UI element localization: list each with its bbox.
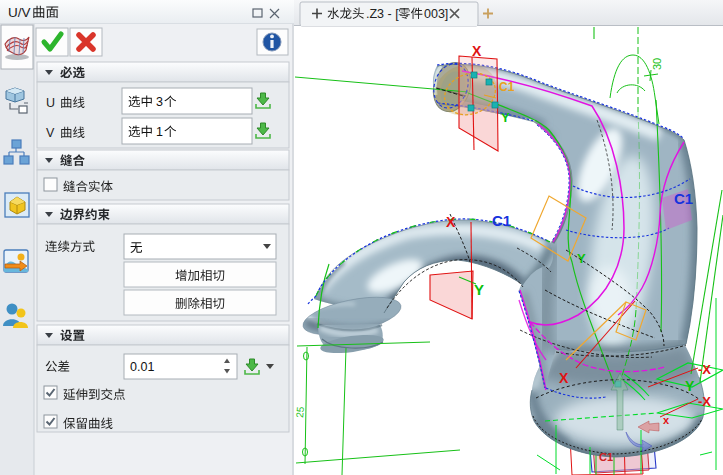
svg-text:C1: C1: [599, 451, 613, 463]
svg-text:Y: Y: [577, 251, 586, 266]
svg-text:-X: -X: [698, 362, 711, 377]
svg-text:1: 1: [156, 125, 163, 139]
svg-text:V: V: [46, 126, 55, 140]
svg-text:-X: -X: [698, 394, 711, 409]
svg-text:C1: C1: [499, 80, 515, 94]
svg-text:U/V: U/V: [8, 5, 31, 20]
svg-text:3: 3: [156, 95, 163, 109]
svg-text:30: 30: [651, 58, 663, 70]
svg-text:.Z3 - [: .Z3 - [: [366, 7, 399, 21]
svg-text:C1: C1: [492, 212, 511, 229]
svg-text:C1: C1: [674, 190, 693, 207]
svg-text:x: x: [663, 414, 670, 426]
svg-text:0.01: 0.01: [130, 360, 154, 374]
svg-text:U: U: [46, 96, 55, 110]
svg-text:25: 25: [294, 406, 306, 418]
svg-text:X: X: [446, 214, 456, 230]
svg-text:003]: 003]: [424, 7, 448, 21]
svg-text:X: X: [472, 43, 482, 59]
svg-text:X: X: [559, 370, 569, 386]
svg-text:Y: Y: [501, 110, 510, 125]
